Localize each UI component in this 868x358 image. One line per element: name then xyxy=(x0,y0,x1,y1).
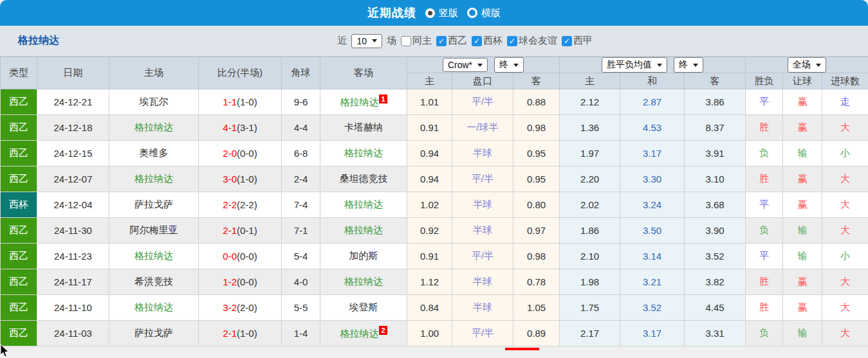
xibei-checkbox[interactable] xyxy=(472,36,482,46)
subheader-odds-home: 主 xyxy=(407,73,452,89)
corner-cell: 4-4 xyxy=(282,115,320,141)
score-cell: 2-0(0-0) xyxy=(199,141,282,166)
handicap-result-cell: 赢 xyxy=(783,166,822,192)
xiyi-checkbox[interactable] xyxy=(436,36,447,46)
away-team-cell: 卡塔赫纳 xyxy=(320,115,407,141)
col-header-date: 日期 xyxy=(37,57,109,89)
avg-draw-cell: 3.14 xyxy=(620,244,685,269)
subheader-goals-result: 进球数 xyxy=(822,73,868,89)
goals-result-cell: 小 xyxy=(822,244,868,269)
avg-away-cell: 3.52 xyxy=(685,244,746,269)
fulltime-score: 2-1 xyxy=(223,225,237,236)
odds-away-cell: 0.89 xyxy=(513,321,560,346)
footer-strip xyxy=(0,346,868,352)
corner-cell: 7-1 xyxy=(282,218,320,244)
score-cell: 2-2(2-2) xyxy=(199,192,282,218)
fulltime-score: 3-2 xyxy=(223,302,237,313)
radio-vertical-icon[interactable] xyxy=(425,8,435,18)
result-cell: 胜 xyxy=(746,166,783,192)
handicap-result-cell: 赢 xyxy=(783,269,822,295)
type-cell: 西乙 xyxy=(1,269,37,295)
corner-cell: 5-4 xyxy=(282,244,320,269)
subheader-handicap: 盘口 xyxy=(452,73,513,89)
table-row: 西乙24-12-21埃瓦尔1-1(1-0)9-6格拉纳达11.01平/半0.88… xyxy=(1,89,868,115)
odds-home-cell: 1.00 xyxy=(407,321,452,346)
league-filter-xijia[interactable]: 西甲 xyxy=(562,35,593,47)
away-team-cell: 埃登斯 xyxy=(320,295,407,321)
table-row: 西乙24-11-30阿尔梅里亚2-1(0-1)7-1格拉纳达0.92半球0.97… xyxy=(1,218,868,244)
league-filter-xiyi[interactable]: 西乙 xyxy=(436,35,467,47)
halftime-score: (0-1) xyxy=(237,225,257,236)
radio-horizontal-label: 横版 xyxy=(481,7,501,19)
corner-cell: 6-8 xyxy=(282,141,320,166)
avg-home-cell: 1.98 xyxy=(560,269,620,295)
avg-home-cell: 2.12 xyxy=(560,89,620,115)
odds-away-cell: 0.80 xyxy=(513,192,560,218)
same-home-filter[interactable]: 同主 xyxy=(401,35,432,47)
away-team-name: 加的斯 xyxy=(349,250,378,261)
halftime-score: (0-0) xyxy=(237,251,257,262)
away-team-cell: 桑坦德竞技 xyxy=(320,166,407,192)
goals-result-cell: 大 xyxy=(822,115,868,141)
halftime-score: (1-0) xyxy=(237,328,257,339)
radio-vertical-label: 竖版 xyxy=(439,7,458,19)
odds-away-cell: 0.98 xyxy=(513,244,560,269)
handicap-result-cell: 赢 xyxy=(783,192,822,218)
goals-result-cell: 大 xyxy=(822,192,868,218)
table-row: 西乙24-11-10格拉纳达3-2(2-0)5-5埃登斯0.84半球1.051.… xyxy=(1,295,868,321)
subheader-handicap-result: 让球 xyxy=(783,73,822,89)
table-row: 西乙24-12-07格拉纳达3-0(1-0)2-4桑坦德竞技0.94平/半0.9… xyxy=(1,166,868,192)
league-filter-xibei[interactable]: 西杯 xyxy=(472,35,503,47)
handicap-result-cell: 输 xyxy=(783,218,822,244)
same-home-checkbox[interactable] xyxy=(401,36,411,46)
avg-home-cell: 1.36 xyxy=(560,115,620,141)
odds-away-cell: 0.95 xyxy=(513,141,560,166)
same-home-label: 同主 xyxy=(412,35,432,47)
avg-type-select-value: 胜平负均值 xyxy=(607,59,652,71)
handicap-cell: 平/半 xyxy=(452,321,513,346)
avg-type-select[interactable]: 胜平负均值 xyxy=(602,57,667,73)
fulltime-score: 2-0 xyxy=(223,148,237,159)
home-team-cell: 格拉纳达 xyxy=(109,115,199,141)
type-cell: 西杯 xyxy=(1,192,37,218)
odds-home-cell: 1.02 xyxy=(407,192,452,218)
avg-draw-cell: 3.17 xyxy=(620,321,685,346)
goals-result-cell: 大 xyxy=(822,321,868,346)
handicap-cell: 半球 xyxy=(452,295,513,321)
friendly-checkbox[interactable] xyxy=(507,36,517,46)
topbar: 近期战绩 竖版 横版 xyxy=(0,0,868,26)
away-team-cell: 格拉纳达 xyxy=(320,269,407,295)
odds-away-cell: 0.97 xyxy=(513,218,560,244)
avg-time-select[interactable]: 终 xyxy=(674,57,703,73)
date-cell: 24-12-21 xyxy=(37,89,109,115)
recent-count-select[interactable]: 10 xyxy=(351,34,382,48)
odds-home-cell: 1.12 xyxy=(407,269,452,295)
score-cell: 1-1(1-0) xyxy=(199,89,282,115)
odds-home-cell: 0.94 xyxy=(407,166,452,192)
chevron-down-icon xyxy=(816,64,821,67)
xijia-checkbox[interactable] xyxy=(562,36,572,46)
avg-draw-cell: 3.52 xyxy=(620,295,685,321)
chevron-down-icon xyxy=(513,64,519,67)
date-cell: 24-11-23 xyxy=(37,244,109,269)
away-team-name: 格拉纳达 xyxy=(344,147,383,158)
radio-horizontal-icon[interactable] xyxy=(467,8,477,18)
layout-option-vertical[interactable]: 竖版 xyxy=(425,7,458,19)
odds-time-select[interactable]: 终 xyxy=(494,57,524,73)
avg-home-cell: 2.20 xyxy=(560,166,620,192)
bookmaker-select[interactable]: Crow* xyxy=(443,58,488,72)
col-header-home: 主场 xyxy=(109,57,199,89)
type-cell: 西乙 xyxy=(1,321,37,346)
table-row: 西杯24-12-04萨拉戈萨2-2(2-2)7-4格拉纳达1.02半球0.802… xyxy=(1,192,868,218)
result-cell: 平 xyxy=(746,89,783,115)
halftime-score: (2-0) xyxy=(237,302,257,313)
handicap-cell: 平/半 xyxy=(452,166,513,192)
corner-cell: 1-4 xyxy=(282,321,320,346)
score-cell: 1-2(0-0) xyxy=(199,269,282,295)
avg-away-cell: 4.45 xyxy=(685,295,746,321)
period-select[interactable]: 全场 xyxy=(788,57,826,73)
type-cell: 西乙 xyxy=(1,89,37,115)
layout-option-horizontal[interactable]: 横版 xyxy=(467,7,501,19)
league-filter-friendly[interactable]: 球会友谊 xyxy=(507,35,557,47)
type-cell: 西乙 xyxy=(1,141,37,166)
